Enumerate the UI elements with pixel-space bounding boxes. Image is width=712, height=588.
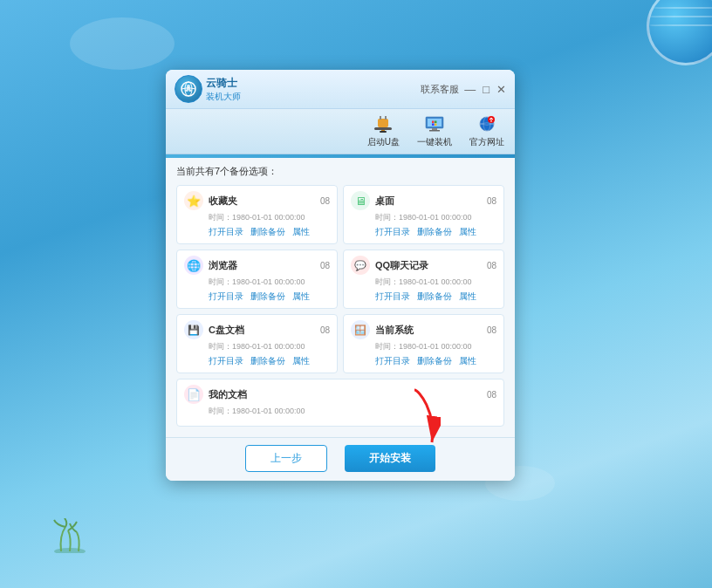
button-row: 上一步 开始安装: [176, 445, 504, 472]
computer-icon: [422, 114, 447, 133]
backup-item-qq: 💬 QQ聊天记录 08 时间：1980-01-01 00:00:00 打开目录 …: [343, 250, 504, 309]
backup-item-system-header: 🪟 当前系统 08: [351, 320, 496, 339]
partial-item-header: 📄 我的文档 08: [184, 385, 496, 404]
internet-icon: [475, 114, 499, 133]
cdrive-name: C盘文档: [209, 324, 244, 337]
backup-item-cdrive-header: 💾 C盘文档 08: [184, 320, 330, 339]
svg-rect-6: [380, 116, 381, 120]
mydoc-count: 08: [487, 390, 496, 400]
app-icon: [175, 75, 202, 103]
mydoc-icon: 📄: [184, 385, 203, 404]
svg-rect-13: [429, 130, 440, 132]
backup-item-fav-left: ⭐ 收藏夹: [184, 191, 237, 210]
qq-delete[interactable]: 删除备份: [417, 291, 452, 303]
desktop-delete[interactable]: 删除备份: [417, 226, 452, 238]
desktop-open-dir[interactable]: 打开目录: [375, 226, 410, 238]
mydoc-name: 我的文档: [209, 388, 247, 401]
desktop-actions: 打开目录 删除备份 属性: [351, 226, 496, 238]
qq-props[interactable]: 属性: [459, 291, 476, 303]
title-bar-left: 云骑士 装机大师: [175, 75, 241, 103]
svg-rect-9: [380, 131, 387, 133]
minimize-button[interactable]: —: [464, 83, 476, 96]
fav-time: 时间：1980-01-01 00:00:00: [184, 212, 330, 223]
toolbar-website[interactable]: 官方网址: [469, 114, 504, 148]
bg-decoration1: [70, 17, 175, 70]
svg-rect-8: [374, 127, 392, 130]
cdrive-actions: 打开目录 删除备份 属性: [184, 355, 330, 367]
qq-time: 时间：1980-01-01 00:00:00: [351, 277, 496, 288]
toolbar-usb-label: 启动U盘: [367, 136, 400, 148]
system-name: 当前系统: [375, 324, 414, 337]
system-props[interactable]: 属性: [459, 355, 476, 367]
backup-item-browser: 🌐 浏览器 08 时间：1980-01-01 00:00:00 打开目录 删除备…: [176, 250, 338, 309]
fav-name: 收藏夹: [209, 195, 237, 208]
desktop-time: 时间：1980-01-01 00:00:00: [351, 212, 496, 223]
svg-rect-15: [435, 121, 437, 124]
fav-open-dir[interactable]: 打开目录: [209, 226, 243, 238]
section-title: 当前共有7个备份选项：: [176, 165, 504, 178]
backup-item-desktop: 🖥 桌面 08 时间：1980-01-01 00:00:00 打开目录 删除备份…: [343, 185, 504, 244]
backup-item-cdrive-left: 💾 C盘文档: [184, 320, 244, 339]
cdrive-count: 08: [320, 325, 330, 335]
svg-point-3: [187, 85, 190, 88]
bottom-area: 上一步 开始安装: [166, 437, 515, 481]
title-right: 联系客服 — □ ✕: [421, 83, 506, 96]
browser-open-dir[interactable]: 打开目录: [209, 291, 243, 303]
cdrive-delete[interactable]: 删除备份: [250, 355, 285, 367]
fav-actions: 打开目录 删除备份 属性: [184, 226, 330, 238]
mydoc-time: 时间：1980-01-01 00:00:00: [184, 406, 496, 417]
partial-item-left: 📄 我的文档: [184, 385, 247, 404]
backup-item-browser-left: 🌐 浏览器: [184, 256, 237, 275]
svg-rect-16: [432, 124, 435, 126]
qq-count: 08: [487, 261, 496, 270]
window-controls: — □ ✕: [464, 83, 506, 96]
app-subtitle: 装机大师: [206, 91, 241, 103]
svg-rect-7: [385, 116, 387, 120]
globe-decoration: [647, 0, 712, 65]
usb-icon: [371, 114, 395, 133]
main-dialog: 云骑士 装机大师 联系客服 — □ ✕: [166, 70, 515, 481]
prev-button[interactable]: 上一步: [245, 445, 327, 472]
browser-count: 08: [320, 261, 330, 270]
toolbar-install[interactable]: 一键装机: [417, 114, 452, 148]
toolbar-usb[interactable]: 启动U盘: [367, 114, 400, 148]
title-bar: 云骑士 装机大师 联系客服 — □ ✕: [166, 70, 515, 109]
backup-item-fav-header: ⭐ 收藏夹 08: [184, 191, 330, 210]
desktop-props[interactable]: 属性: [459, 226, 476, 238]
dialog-title: 联系客服: [421, 83, 459, 96]
system-icon: 🪟: [351, 320, 370, 339]
partial-backup-item: 📄 我的文档 08 时间：1980-01-01 00:00:00: [176, 379, 504, 427]
browser-name: 浏览器: [209, 259, 237, 272]
fav-props[interactable]: 属性: [292, 226, 310, 238]
cdrive-props[interactable]: 属性: [292, 355, 310, 367]
svg-rect-12: [432, 128, 437, 130]
desktop-name: 桌面: [375, 195, 394, 208]
content-area: 当前共有7个备份选项： ⭐ 收藏夹 08 时间：1980-01-01 00:00…: [166, 158, 515, 437]
start-button[interactable]: 开始安装: [345, 445, 435, 472]
backup-item-fav: ⭐ 收藏夹 08 时间：1980-01-01 00:00:00 打开目录 删除备…: [176, 185, 338, 244]
browser-props[interactable]: 属性: [292, 291, 310, 303]
system-count: 08: [487, 325, 496, 335]
system-open-dir[interactable]: 打开目录: [375, 355, 410, 367]
backup-item-cdrive: 💾 C盘文档 08 时间：1980-01-01 00:00:00 打开目录 删除…: [176, 314, 338, 373]
qq-open-dir[interactable]: 打开目录: [375, 291, 410, 303]
fav-count: 08: [320, 196, 330, 206]
app-name: 云骑士: [206, 76, 241, 91]
qq-icon: 💬: [351, 256, 370, 275]
backup-grid: ⭐ 收藏夹 08 时间：1980-01-01 00:00:00 打开目录 删除备…: [176, 185, 504, 373]
browser-delete[interactable]: 删除备份: [250, 291, 285, 303]
cdrive-time: 时间：1980-01-01 00:00:00: [184, 341, 330, 352]
system-actions: 打开目录 删除备份 属性: [351, 355, 496, 367]
browser-icon: 🌐: [184, 256, 203, 275]
system-delete[interactable]: 删除备份: [417, 355, 452, 367]
backup-item-system-left: 🪟 当前系统: [351, 320, 414, 339]
maximize-button[interactable]: □: [483, 83, 490, 96]
backup-item-desktop-left: 🖥 桌面: [351, 191, 394, 210]
close-button[interactable]: ✕: [496, 83, 506, 96]
backup-item-desktop-header: 🖥 桌面 08: [351, 191, 496, 210]
svg-rect-14: [432, 121, 435, 124]
backup-item-browser-header: 🌐 浏览器 08: [184, 256, 330, 275]
cdrive-open-dir[interactable]: 打开目录: [209, 355, 243, 367]
toolbar-website-label: 官方网址: [469, 136, 504, 148]
fav-delete[interactable]: 删除备份: [250, 226, 285, 238]
